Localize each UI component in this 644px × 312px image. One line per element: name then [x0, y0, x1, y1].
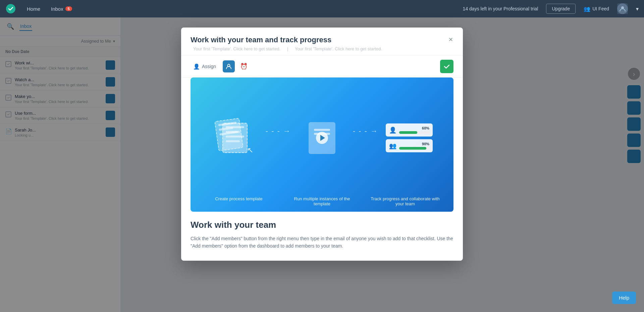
ui-feed-link[interactable]: 👥 UI Feed	[584, 6, 609, 12]
modal-body-title: Work with your team	[191, 220, 453, 230]
progress-icon: 👤 60% 👥 90%	[386, 123, 433, 152]
modal-close-button[interactable]: ×	[445, 34, 456, 45]
modal-body-text: Click the "Add members" button from the …	[191, 235, 453, 250]
inbox-badge: 5	[65, 6, 72, 11]
complete-check-button[interactable]	[440, 60, 453, 73]
modal: Work with your team and track progress Y…	[181, 28, 463, 261]
toolbar-user-icon-button[interactable]	[223, 60, 235, 72]
modal-subtitle-2: Your first 'Template'. Click here to get…	[295, 46, 382, 51]
logo[interactable]	[5, 3, 16, 14]
step-label-3: Track progress and collaborate with your…	[370, 196, 440, 206]
user-avatar[interactable]	[617, 3, 628, 14]
nav-inbox[interactable]: Inbox 5	[51, 6, 72, 12]
modal-subtitle: Your first 'Template'. Click here to get…	[191, 46, 453, 51]
help-button[interactable]: Help	[612, 292, 636, 304]
avatar-caret[interactable]: ▾	[636, 6, 639, 12]
users-icon: 👥	[584, 6, 590, 12]
instance-icon	[304, 119, 340, 156]
modal-overlay: Work with your team and track progress Y…	[0, 17, 644, 312]
upgrade-button[interactable]: Upgrade	[546, 4, 576, 14]
modal-subtitle-1: Your first 'Template'. Click here to get…	[193, 46, 280, 51]
modal-body: Work with your team Click the "Add membe…	[181, 212, 463, 261]
step-labels: Create process template Run multiple ins…	[191, 196, 453, 212]
arrow-2: - - - →	[353, 127, 378, 149]
template-icon: ↖	[216, 119, 253, 156]
modal-header: Work with your team and track progress Y…	[181, 28, 463, 56]
svg-point-0	[6, 4, 15, 13]
modal-toolbar: 👤 Assign ⏰	[181, 56, 463, 77]
top-nav: Home Inbox 5 14 days left in your Profes…	[0, 0, 644, 17]
person-icon-2: 👥	[389, 142, 396, 150]
person-icon: 👤	[193, 63, 200, 70]
arrow-1: - - - →	[266, 127, 291, 149]
assign-button[interactable]: 👤 Assign	[191, 62, 219, 71]
trial-text: 14 days left in your Professional trial	[463, 6, 538, 11]
assign-label: Assign	[202, 64, 216, 69]
clock-icon[interactable]: ⏰	[239, 61, 249, 71]
nav-home[interactable]: Home	[24, 5, 43, 13]
step-label-1: Create process template	[204, 196, 274, 206]
cursor-icon: ↖	[247, 146, 253, 155]
main-area: 🔍 Inbox Assigned to Me ▾ No Due Date Wor…	[0, 17, 644, 312]
avatar-image	[617, 3, 628, 14]
modal-image-area: ↖ - - - →	[191, 77, 453, 212]
step-label-2: Run multiple instances of the template	[287, 196, 357, 206]
person-icon-1: 👤	[389, 126, 396, 134]
modal-subtitle-separator: |	[287, 46, 289, 51]
modal-title: Work with your team and track progress	[191, 36, 453, 44]
